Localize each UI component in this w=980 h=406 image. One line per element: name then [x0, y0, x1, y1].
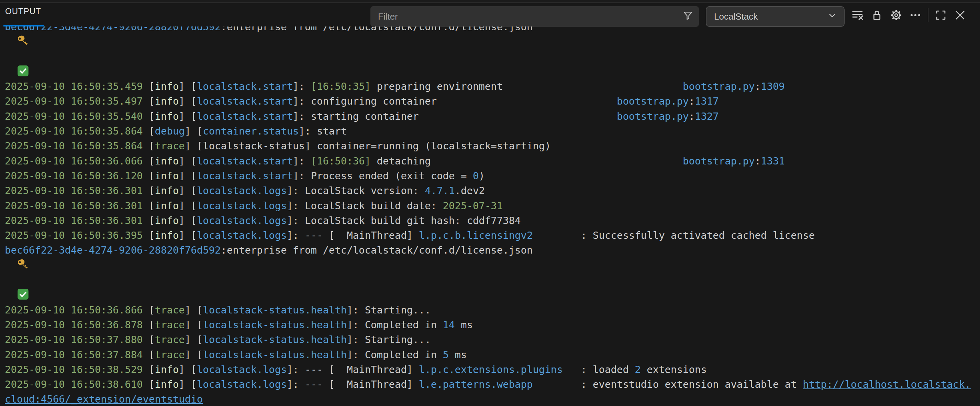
log-text: [: [149, 125, 154, 137]
log-text: info: [155, 230, 179, 241]
log-text: ]:: [287, 200, 305, 212]
log-text: localstack-status.health: [203, 334, 347, 345]
log-text: LocalStack version:: [305, 185, 425, 197]
source-location-link[interactable]: 1317: [695, 95, 719, 107]
log-text: [: [149, 379, 154, 390]
log-text: 2025-07-31: [443, 200, 503, 212]
log-text: localstack.logs: [197, 200, 287, 212]
key-emoji: [17, 35, 29, 47]
filter-box: [371, 6, 699, 27]
log-line: 2025-09-10 16:50:36.066 [info] [localsta…: [5, 154, 980, 169]
log-text: :enterprise from /etc/localstack/conf.d/…: [221, 244, 539, 256]
log-text: info: [155, 215, 179, 226]
log-text: [: [149, 95, 154, 107]
log-text: ] [: [179, 215, 197, 226]
maximize-panel-icon: [934, 9, 947, 22]
log-text: container.status: [203, 125, 299, 137]
source-location-link[interactable]: :: [689, 110, 694, 122]
log-text: [: [149, 349, 154, 361]
chevron-down-icon: [827, 10, 838, 23]
log-text: localstack.start: [197, 170, 293, 182]
log-line: 2025-09-10 16:50:36.878 [trace] [localst…: [5, 318, 980, 332]
channel-dropdown-value: LocalStack: [714, 11, 758, 22]
log-text: ): [479, 170, 485, 182]
log-text: debug: [155, 125, 185, 137]
clear-output-button[interactable]: [848, 5, 867, 25]
source-location-link[interactable]: :: [755, 80, 761, 92]
log-text: trace: [155, 140, 185, 152]
settings-button[interactable]: [886, 5, 906, 25]
log-text: : Successfully activated cached license: [533, 230, 815, 241]
log-text: ]:: [293, 95, 311, 107]
log-text: Starting...: [365, 334, 431, 345]
log-text: [419, 110, 617, 122]
log-text: localstack.logs: [197, 364, 287, 376]
more-actions-button[interactable]: [906, 5, 925, 25]
check-mark-emoji: [17, 65, 29, 77]
log-text: l.p.c.extensions.plugins: [419, 364, 563, 376]
maximize-panel-button[interactable]: [931, 5, 950, 25]
clear-output-icon: [851, 9, 864, 22]
log-line: 2025-09-10 16:50:36.395 [info] [localsta…: [5, 228, 980, 243]
log-text: --- [ MainThread]: [305, 230, 419, 241]
log-text: 0: [473, 170, 479, 182]
log-text: ] [: [179, 364, 197, 376]
log-text: 2025-09-10 16:50:35.459: [5, 80, 149, 92]
log-text: Completed in: [365, 349, 443, 361]
log-text: 5: [443, 349, 449, 361]
log-text: 2025-09-10 16:50:36.878: [5, 319, 149, 331]
log-text: LocalStack build date:: [305, 200, 443, 212]
lock-auto-scroll-button[interactable]: [867, 5, 886, 25]
actions-separator: [928, 8, 929, 22]
log-line: 2025-09-10 16:50:35.864 [trace] [localst…: [5, 139, 980, 153]
log-text: 2025-09-10 16:50:35.497: [5, 95, 149, 107]
log-text: ]:: [293, 155, 311, 167]
source-location-link[interactable]: 1327: [695, 110, 719, 122]
source-location-link[interactable]: 1309: [761, 80, 785, 92]
log-text: [: [149, 215, 154, 226]
log-text: bec66f22-3d4e-4274-9206-28820f76d592: [5, 244, 221, 256]
log-text: 2025-09-10 16:50:35.864: [5, 140, 149, 152]
log-text: detaching: [371, 155, 431, 167]
log-text: ms: [449, 349, 467, 361]
log-text: trace: [155, 349, 185, 361]
source-location-link[interactable]: bootstrap.py: [617, 110, 689, 122]
log-text: ] [: [179, 110, 197, 122]
close-icon: [953, 9, 967, 22]
log-text: localstack.start: [197, 155, 293, 167]
log-line: 2025-09-10 16:50:35.540 [info] [localsta…: [5, 109, 980, 124]
log-text: ]: [185, 140, 197, 152]
tab-output[interactable]: OUTPUT: [5, 6, 41, 16]
channel-dropdown[interactable]: LocalStack: [706, 6, 845, 27]
source-location-link[interactable]: bootstrap.py: [683, 155, 755, 167]
log-text: Completed in: [365, 319, 443, 331]
log-link[interactable]: cloud:4566/_extension/eventstudio: [5, 393, 203, 405]
log-line: 2025-09-10 16:50:36.301 [info] [localsta…: [5, 213, 980, 228]
log-text: : eventstudio extension available at: [533, 379, 803, 390]
log-text: [: [149, 364, 154, 376]
log-text: [: [149, 230, 154, 241]
log-text: configuring container: [311, 95, 437, 107]
log-text: 2025-09-10 16:50:37.880: [5, 334, 149, 345]
log-text: [: [149, 110, 154, 122]
filter-options-button[interactable]: [677, 6, 699, 27]
log-text: [: [149, 319, 154, 331]
filter-input[interactable]: [371, 11, 677, 22]
source-location-link[interactable]: :: [689, 95, 694, 107]
log-text: ] [: [185, 349, 203, 361]
log-link[interactable]: http://localhost.localstack.: [803, 379, 971, 390]
source-location-link[interactable]: 1331: [761, 155, 785, 167]
log-text: ]:: [293, 110, 311, 122]
log-text: 2: [635, 364, 641, 376]
log-text: info: [155, 110, 179, 122]
log-text: ] [: [179, 200, 197, 212]
log-text: --- [ MainThread]: [305, 364, 419, 376]
log-text: LocalStack build git hash: cddf77384: [305, 215, 521, 226]
log-text: [: [149, 170, 154, 182]
source-location-link[interactable]: :: [755, 155, 761, 167]
close-panel-button[interactable]: [950, 5, 970, 25]
log-text: localstack.logs: [197, 379, 287, 390]
source-location-link[interactable]: bootstrap.py: [683, 80, 755, 92]
log-container[interactable]: bec66f22-3d4e-4274-9206-28820f76d592:ent…: [0, 27, 980, 406]
source-location-link[interactable]: bootstrap.py: [617, 95, 689, 107]
